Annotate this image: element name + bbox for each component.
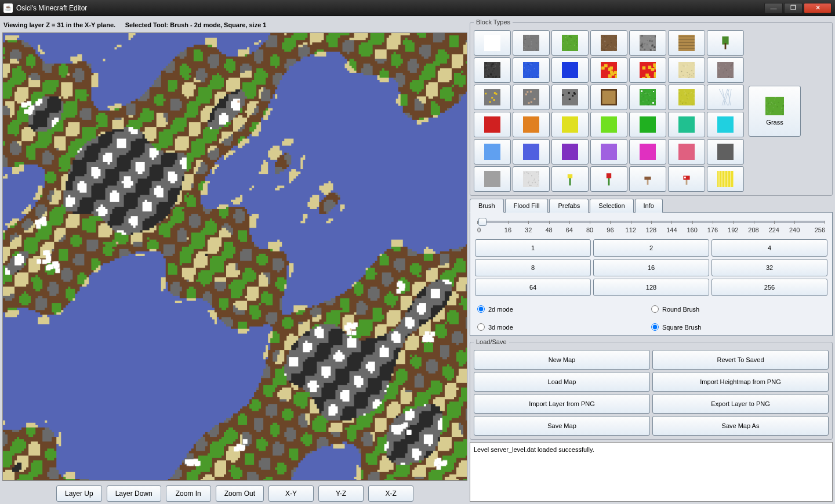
shape-round-radio[interactable]: Round Brush [651, 305, 825, 313]
selected-block-label: Grass [766, 119, 783, 126]
java-icon: ☕ [3, 3, 13, 13]
block-cobblestone[interactable] [629, 30, 666, 56]
block-types-panel: Block Types Grass [470, 19, 833, 196]
mode-2d-radio[interactable]: 2d mode [477, 305, 651, 313]
y-z-button[interactable]: Y-Z [318, 485, 364, 502]
block-wool-yellow[interactable] [551, 112, 589, 137]
block-wool-lightgray[interactable] [474, 166, 511, 192]
brush-size-16[interactable]: 16 [593, 259, 709, 276]
save-map-button[interactable]: Save Map [474, 416, 650, 436]
block-wool-teal[interactable] [668, 112, 705, 137]
block-sponge[interactable] [668, 85, 705, 110]
shape-square-radio[interactable]: Square Brush [651, 323, 825, 331]
block-wool-purple[interactable] [551, 139, 589, 165]
block-wool-blue[interactable] [513, 139, 550, 165]
block-mushroom-red[interactable] [668, 166, 705, 192]
export-layer-to-png-button[interactable]: Export Layer to PNG [652, 394, 829, 414]
block-water-still[interactable] [551, 57, 589, 83]
block-gravel[interactable] [707, 57, 744, 83]
block-flower-red[interactable] [590, 166, 627, 192]
block-lava-still[interactable] [629, 57, 666, 83]
mode-3d-radio[interactable]: 3d mode [477, 323, 651, 331]
load-map-button[interactable]: Load Map [474, 372, 650, 392]
block-log[interactable] [590, 85, 627, 110]
x-z-button[interactable]: X-Z [368, 485, 413, 502]
tab-info[interactable]: Info [635, 199, 663, 213]
block-bedrock[interactable] [474, 57, 511, 83]
block-wool-pink[interactable] [668, 139, 705, 165]
brush-size-4[interactable]: 4 [711, 239, 827, 257]
minimize-button[interactable]: — [764, 3, 783, 13]
brush-size-128[interactable]: 128 [593, 279, 709, 296]
log-output: Level server_level.dat loaded successful… [470, 442, 833, 502]
layer-up-button[interactable]: Layer Up [56, 485, 102, 502]
brush-size-8[interactable]: 8 [475, 259, 591, 276]
tab-prefabs[interactable]: Prefabs [549, 199, 589, 213]
tab-brush[interactable]: Brush [470, 199, 504, 213]
x-y-button[interactable]: X-Y [268, 485, 314, 502]
block-wool-orange[interactable] [513, 112, 550, 137]
revert-to-saved-button[interactable]: Revert To Saved [652, 350, 829, 370]
block-wool-green[interactable] [629, 112, 666, 137]
block-gold-ore[interactable] [474, 85, 511, 110]
tab-flood-fill[interactable]: Flood Fill [505, 199, 549, 213]
block-wool-lightpurple[interactable] [590, 139, 627, 165]
maximize-button[interactable]: ❐ [784, 3, 803, 13]
block-flower-yellow[interactable] [551, 166, 589, 192]
block-types-legend: Block Types [474, 19, 513, 25]
block-air[interactable] [474, 30, 511, 56]
block-gold-block[interactable] [707, 166, 744, 192]
load-save-panel: Load/Save New MapRevert To SavedLoad Map… [470, 338, 833, 440]
status-bar: Viewing layer Z = 31 in the X-Y plane. S… [2, 19, 467, 32]
block-sand[interactable] [668, 57, 705, 83]
close-button[interactable]: ✕ [804, 3, 832, 13]
map-viewport[interactable] [2, 32, 467, 481]
selected-block-preview: Grass [749, 86, 801, 137]
block-dirt[interactable] [590, 30, 627, 56]
brush-size-64[interactable]: 64 [475, 279, 591, 296]
zoom-in-button[interactable]: Zoom In [166, 485, 211, 502]
import-layer-from-png-button[interactable]: Import Layer from PNG [474, 394, 650, 414]
save-map-as-button[interactable]: Save Map As [652, 416, 829, 436]
tool-status: Selected Tool: Brush - 2d mode, Square, … [125, 21, 267, 28]
block-sapling[interactable] [707, 30, 744, 56]
block-iron-ore[interactable] [513, 85, 550, 110]
block-wool-lime[interactable] [590, 112, 627, 137]
layer-down-button[interactable]: Layer Down [107, 485, 161, 502]
window-title: Osici's Minecraft Editor [16, 4, 764, 12]
block-grass[interactable] [551, 30, 589, 56]
block-wool-cyan[interactable] [707, 112, 744, 137]
brush-tab-body: 0163248648096112128144160176192208224240… [470, 213, 833, 336]
import-heightmap-from-png-button[interactable]: Import Heightmap from PNG [652, 372, 829, 392]
brush-size-1[interactable]: 1 [475, 239, 591, 257]
block-leaves[interactable] [629, 85, 666, 110]
block-wool-white[interactable] [513, 166, 550, 192]
tab-selection[interactable]: Selection [590, 199, 633, 213]
block-water[interactable] [513, 57, 550, 83]
block-wool-lightblue[interactable] [474, 139, 511, 165]
new-map-button[interactable]: New Map [474, 350, 650, 370]
block-glass[interactable] [707, 85, 744, 110]
block-coal-ore[interactable] [551, 85, 589, 110]
brush-size-32[interactable]: 32 [711, 259, 827, 276]
block-mushroom-brown[interactable] [629, 166, 666, 192]
brush-size-256[interactable]: 256 [711, 279, 827, 296]
titlebar: ☕ Osici's Minecraft Editor — ❐ ✕ [0, 0, 835, 16]
zoom-out-button[interactable]: Zoom Out [216, 485, 264, 502]
block-wool-gray[interactable] [707, 139, 744, 165]
block-planks[interactable] [668, 30, 705, 56]
block-stone[interactable] [513, 30, 550, 56]
layer-status: Viewing layer Z = 31 in the X-Y plane. [3, 21, 115, 28]
block-wool-magenta[interactable] [629, 139, 666, 165]
block-lava[interactable] [590, 57, 627, 83]
block-wool-red[interactable] [474, 112, 511, 137]
brush-size-2[interactable]: 2 [593, 239, 709, 257]
brush-size-slider[interactable]: 0163248648096112128144160176192208224240… [475, 221, 827, 233]
load-save-legend: Load/Save [474, 338, 509, 345]
